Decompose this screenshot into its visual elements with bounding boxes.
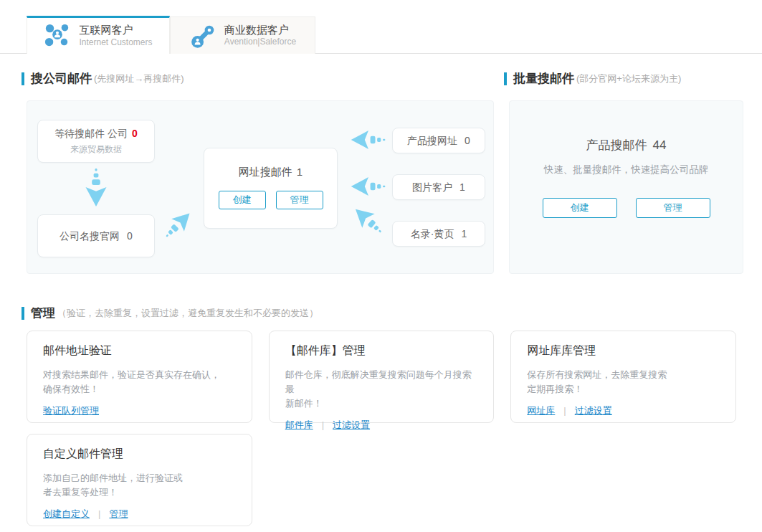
page: 互联网客户 Internet Customers 商业数据客户 [0,0,762,532]
flow-arrow-down-icon [83,166,109,208]
card-description: 添加自己的邮件地址，进行验证或 者去重复等处理！ [43,471,236,500]
source-count: 0 [465,135,470,146]
key-user-icon [189,23,216,49]
create-button[interactable]: 创建 [219,191,266,209]
link-separator: | [98,508,100,519]
search-company-flow-panel: 等待搜邮件 公司0 来源贸易数据 公司名搜官网0 网址搜邮 [27,100,494,274]
flow-arrow-up-right-icon [158,205,199,246]
card-description: 对搜索结果邮件，验证是否真实存在确认， 确保有效性！ [43,368,236,396]
directory-yellowpages-box: 名录·黄页1 [392,221,485,247]
section-hint: （验证，去除重复，设置过滤，避免重复发生和不必要的发送） [57,307,318,320]
section-hint: (部分官网+论坛来源为主) [576,72,681,85]
tab-title: 互联网客户 [79,24,152,37]
card-custom-email: 自定义邮件管理 添加自己的邮件地址，进行验证或 者去重复等处理！ 创建自定义|管… [27,434,252,526]
source-label: 产品搜网址 [407,135,457,146]
batch-count: 44 [653,138,667,152]
section-hint: (先搜网址→再搜邮件) [94,72,184,85]
card-title: 【邮件库】管理 [285,343,478,358]
batch-search-panel: 产品搜邮件44 快速、批量搜邮件，快速提高公司品牌 创建 管理 [509,100,743,274]
accent-bar [504,72,507,85]
flow-arrow-left-icon [350,128,387,151]
flow-arrow-left-icon [350,175,387,198]
verify-queue-manage-link[interactable]: 验证队列管理 [43,405,99,416]
accent-bar [22,307,24,320]
waiting-label: 等待搜邮件 公司 [54,128,128,139]
create-custom-link[interactable]: 创建自定义 [43,508,90,519]
manage-button[interactable]: 管理 [636,198,710,218]
card-url-library: 网址库库管理 保存所有搜索网址，去除重复搜索 定期再搜索！ 网址库|过滤设置 [510,331,736,423]
waiting-companies-box: 等待搜邮件 公司0 来源贸易数据 [37,120,155,163]
link-separator: | [563,405,566,416]
source-count: 1 [461,228,467,239]
manage-link[interactable]: 管理 [109,508,128,519]
url-search-label: 网址搜邮件 [239,166,292,178]
url-library-link[interactable]: 网址库 [527,405,555,416]
image-customers-box: 图片客户1 [392,174,485,200]
email-library-link[interactable]: 邮件库 [285,419,313,430]
accent-bar [22,72,24,85]
tab-bar: 互联网客户 Internet Customers 商业数据客户 [27,16,315,54]
batch-description: 快速、批量搜邮件，快速提高公司品牌 [510,163,743,176]
tab-subtitle: Avention|Saleforce [224,37,296,47]
tab-subtitle: Internet Customers [79,37,152,48]
batch-title-label: 产品搜邮件 [586,138,647,152]
url-search-email-box: 网址搜邮件1 创建 管理 [204,148,338,229]
company-search-count: 0 [127,230,133,242]
flow-arrow-up-left-icon [347,200,390,242]
source-label: 图片客户 [412,181,452,193]
card-title: 邮件地址验证 [43,343,236,358]
company-name-search-box: 公司名搜官网0 [37,214,155,257]
card-description: 保存所有搜索网址，去除重复搜索 定期再搜索！ [527,368,720,396]
section-header-search-company: 搜公司邮件 (先搜网址→再搜邮件) [22,70,184,87]
section-header-batch-search: 批量搜邮件 (部分官网+论坛来源为主) [504,70,681,87]
waiting-source-label: 来源贸易数据 [38,143,154,156]
product-search-url-box: 产品搜网址0 [392,128,485,153]
network-users-icon [44,23,71,49]
company-search-label: 公司名搜官网 [59,230,120,242]
filter-settings-link[interactable]: 过滤设置 [333,419,370,430]
filter-settings-link[interactable]: 过滤设置 [575,405,612,416]
section-title: 管理 [31,305,55,321]
card-title: 自定义邮件管理 [43,447,236,462]
section-title: 搜公司邮件 [31,70,92,87]
section-title: 批量搜邮件 [513,70,574,87]
tab-title: 商业数据客户 [224,24,296,37]
source-label: 名录·黄页 [411,228,454,239]
source-count: 1 [459,181,465,193]
manage-button[interactable]: 管理 [276,191,323,209]
tab-internet-customers[interactable]: 互联网客户 Internet Customers [27,16,170,54]
waiting-count: 0 [132,128,138,139]
card-email-library: 【邮件库】管理 邮件仓库，彻底解决重复搜索问题每个月搜索最 新邮件！ 邮件库|过… [269,331,495,423]
card-email-verification: 邮件地址验证 对搜索结果邮件，验证是否真实存在确认， 确保有效性！ 验证队列管理 [27,331,252,423]
tab-business-data-customers[interactable]: 商业数据客户 Avention|Saleforce [170,16,315,54]
link-separator: | [322,419,324,430]
card-description: 邮件仓库，彻底解决重复搜索问题每个月搜索最 新邮件！ [285,368,478,411]
url-search-count: 1 [297,166,303,178]
manage-cards: 邮件地址验证 对搜索结果邮件，验证是否真实存在确认， 确保有效性！ 验证队列管理… [27,331,736,526]
section-header-manage: 管理 （验证，去除重复，设置过滤，避免重复发生和不必要的发送） [22,305,318,321]
card-title: 网址库库管理 [527,343,720,358]
create-button[interactable]: 创建 [543,198,617,218]
